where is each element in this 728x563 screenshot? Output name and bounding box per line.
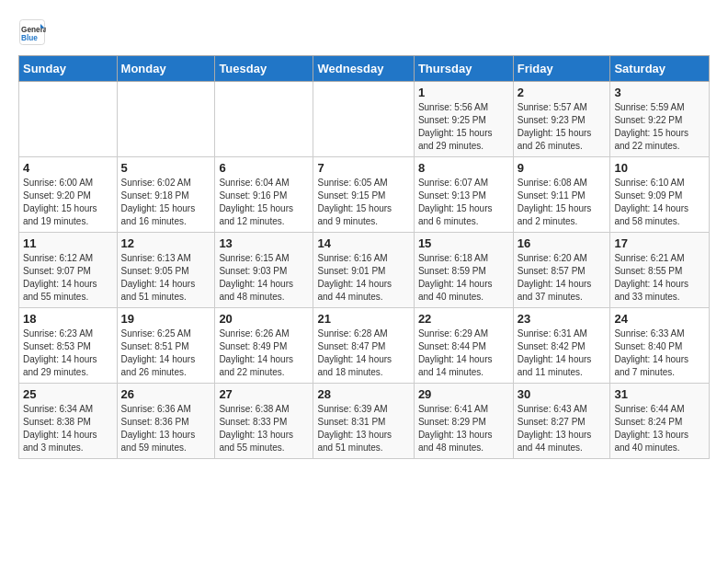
day-info: Sunrise: 5:57 AM Sunset: 9:23 PM Dayligh… — [518, 101, 607, 153]
day-cell: 23Sunrise: 6:31 AM Sunset: 8:42 PM Dayli… — [513, 308, 610, 384]
day-info: Sunrise: 6:23 AM Sunset: 8:53 PM Dayligh… — [23, 327, 113, 379]
day-cell: 11Sunrise: 6:12 AM Sunset: 9:07 PM Dayli… — [19, 233, 118, 308]
header-sunday: Sunday — [19, 56, 118, 82]
day-info: Sunrise: 6:08 AM Sunset: 9:11 PM Dayligh… — [518, 177, 607, 228]
day-info: Sunrise: 6:04 AM Sunset: 9:16 PM Dayligh… — [219, 177, 309, 228]
header-tuesday: Tuesday — [215, 56, 313, 82]
day-info: Sunrise: 6:28 AM Sunset: 8:47 PM Dayligh… — [317, 327, 409, 379]
week-row-5: 25Sunrise: 6:34 AM Sunset: 8:38 PM Dayli… — [19, 384, 710, 459]
day-number: 18 — [23, 312, 113, 326]
header-saturday: Saturday — [610, 56, 710, 82]
day-info: Sunrise: 6:20 AM Sunset: 8:57 PM Dayligh… — [518, 252, 607, 304]
day-info: Sunrise: 6:00 AM Sunset: 9:20 PM Dayligh… — [23, 177, 113, 228]
header-wednesday: Wednesday — [313, 56, 414, 82]
day-info: Sunrise: 6:07 AM Sunset: 9:13 PM Dayligh… — [418, 177, 509, 228]
week-row-3: 11Sunrise: 6:12 AM Sunset: 9:07 PM Dayli… — [19, 233, 710, 308]
day-cell: 4Sunrise: 6:00 AM Sunset: 9:20 PM Daylig… — [19, 157, 118, 233]
day-info: Sunrise: 6:18 AM Sunset: 8:59 PM Dayligh… — [418, 252, 509, 304]
day-number: 19 — [121, 312, 211, 326]
day-cell: 27Sunrise: 6:38 AM Sunset: 8:33 PM Dayli… — [215, 384, 313, 459]
week-row-2: 4Sunrise: 6:00 AM Sunset: 9:20 PM Daylig… — [19, 157, 710, 233]
day-info: Sunrise: 6:33 AM Sunset: 8:40 PM Dayligh… — [614, 327, 705, 379]
day-info: Sunrise: 6:41 AM Sunset: 8:29 PM Dayligh… — [418, 403, 509, 454]
week-row-1: 1Sunrise: 5:56 AM Sunset: 9:25 PM Daylig… — [19, 82, 710, 157]
day-info: Sunrise: 6:26 AM Sunset: 8:49 PM Dayligh… — [219, 327, 309, 379]
day-number: 5 — [121, 161, 211, 175]
day-cell: 16Sunrise: 6:20 AM Sunset: 8:57 PM Dayli… — [513, 233, 610, 308]
day-cell: 19Sunrise: 6:25 AM Sunset: 8:51 PM Dayli… — [117, 308, 215, 384]
week-row-4: 18Sunrise: 6:23 AM Sunset: 8:53 PM Dayli… — [19, 308, 710, 384]
logo-icon: General Blue — [18, 18, 46, 46]
day-cell: 20Sunrise: 6:26 AM Sunset: 8:49 PM Dayli… — [215, 308, 313, 384]
day-number: 7 — [317, 161, 409, 175]
day-number: 8 — [418, 161, 509, 175]
day-number: 22 — [418, 312, 509, 326]
day-info: Sunrise: 6:02 AM Sunset: 9:18 PM Dayligh… — [121, 177, 211, 228]
day-info: Sunrise: 6:38 AM Sunset: 8:33 PM Dayligh… — [219, 403, 309, 454]
day-number: 1 — [418, 86, 509, 99]
day-info: Sunrise: 6:43 AM Sunset: 8:27 PM Dayligh… — [518, 403, 607, 454]
calendar-table: SundayMondayTuesdayWednesdayThursdayFrid… — [18, 55, 710, 459]
day-number: 20 — [219, 312, 309, 326]
day-number: 3 — [614, 86, 705, 99]
day-cell — [313, 82, 414, 157]
day-number: 28 — [317, 387, 409, 401]
day-cell: 14Sunrise: 6:16 AM Sunset: 9:01 PM Dayli… — [313, 233, 414, 308]
day-number: 15 — [418, 236, 509, 250]
day-cell: 17Sunrise: 6:21 AM Sunset: 8:55 PM Dayli… — [610, 233, 710, 308]
day-number: 23 — [518, 312, 607, 326]
day-number: 4 — [23, 161, 113, 175]
day-info: Sunrise: 6:10 AM Sunset: 9:09 PM Dayligh… — [614, 177, 705, 228]
day-cell: 31Sunrise: 6:44 AM Sunset: 8:24 PM Dayli… — [610, 384, 710, 459]
day-number: 6 — [219, 161, 309, 175]
day-info: Sunrise: 6:36 AM Sunset: 8:36 PM Dayligh… — [121, 403, 211, 454]
day-cell: 10Sunrise: 6:10 AM Sunset: 9:09 PM Dayli… — [610, 157, 710, 233]
days-header-row: SundayMondayTuesdayWednesdayThursdayFrid… — [19, 56, 710, 82]
day-cell: 5Sunrise: 6:02 AM Sunset: 9:18 PM Daylig… — [117, 157, 215, 233]
day-number: 30 — [518, 387, 607, 401]
day-cell: 7Sunrise: 6:05 AM Sunset: 9:15 PM Daylig… — [313, 157, 414, 233]
header-thursday: Thursday — [414, 56, 513, 82]
day-number: 13 — [219, 236, 309, 250]
day-cell: 30Sunrise: 6:43 AM Sunset: 8:27 PM Dayli… — [513, 384, 610, 459]
day-number: 29 — [418, 387, 509, 401]
day-number: 17 — [614, 236, 705, 250]
day-cell: 2Sunrise: 5:57 AM Sunset: 9:23 PM Daylig… — [513, 82, 610, 157]
day-cell: 25Sunrise: 6:34 AM Sunset: 8:38 PM Dayli… — [19, 384, 118, 459]
day-number: 11 — [23, 236, 113, 250]
day-number: 2 — [518, 86, 607, 99]
day-info: Sunrise: 6:39 AM Sunset: 8:31 PM Dayligh… — [317, 403, 409, 454]
day-cell: 3Sunrise: 5:59 AM Sunset: 9:22 PM Daylig… — [610, 82, 710, 157]
day-number: 25 — [23, 387, 113, 401]
day-cell — [215, 82, 313, 157]
day-cell: 18Sunrise: 6:23 AM Sunset: 8:53 PM Dayli… — [19, 308, 118, 384]
day-number: 27 — [219, 387, 309, 401]
day-info: Sunrise: 6:12 AM Sunset: 9:07 PM Dayligh… — [23, 252, 113, 304]
day-number: 9 — [518, 161, 607, 175]
day-number: 10 — [614, 161, 705, 175]
day-cell: 1Sunrise: 5:56 AM Sunset: 9:25 PM Daylig… — [414, 82, 513, 157]
day-info: Sunrise: 6:31 AM Sunset: 8:42 PM Dayligh… — [518, 327, 607, 379]
day-cell — [117, 82, 215, 157]
day-info: Sunrise: 6:13 AM Sunset: 9:05 PM Dayligh… — [121, 252, 211, 304]
day-number: 26 — [121, 387, 211, 401]
page-header: General Blue — [18, 18, 710, 46]
day-cell: 29Sunrise: 6:41 AM Sunset: 8:29 PM Dayli… — [414, 384, 513, 459]
day-cell: 24Sunrise: 6:33 AM Sunset: 8:40 PM Dayli… — [610, 308, 710, 384]
day-cell: 28Sunrise: 6:39 AM Sunset: 8:31 PM Dayli… — [313, 384, 414, 459]
day-cell: 8Sunrise: 6:07 AM Sunset: 9:13 PM Daylig… — [414, 157, 513, 233]
header-friday: Friday — [513, 56, 610, 82]
day-number: 24 — [614, 312, 705, 326]
logo: General Blue — [18, 18, 50, 46]
day-number: 21 — [317, 312, 409, 326]
svg-text:Blue: Blue — [21, 34, 38, 42]
day-cell: 26Sunrise: 6:36 AM Sunset: 8:36 PM Dayli… — [117, 384, 215, 459]
day-info: Sunrise: 6:44 AM Sunset: 8:24 PM Dayligh… — [614, 403, 705, 454]
day-info: Sunrise: 6:29 AM Sunset: 8:44 PM Dayligh… — [418, 327, 509, 379]
day-info: Sunrise: 6:34 AM Sunset: 8:38 PM Dayligh… — [23, 403, 113, 454]
day-cell: 15Sunrise: 6:18 AM Sunset: 8:59 PM Dayli… — [414, 233, 513, 308]
day-cell: 6Sunrise: 6:04 AM Sunset: 9:16 PM Daylig… — [215, 157, 313, 233]
day-info: Sunrise: 6:15 AM Sunset: 9:03 PM Dayligh… — [219, 252, 309, 304]
day-info: Sunrise: 6:16 AM Sunset: 9:01 PM Dayligh… — [317, 252, 409, 304]
day-info: Sunrise: 6:21 AM Sunset: 8:55 PM Dayligh… — [614, 252, 705, 304]
